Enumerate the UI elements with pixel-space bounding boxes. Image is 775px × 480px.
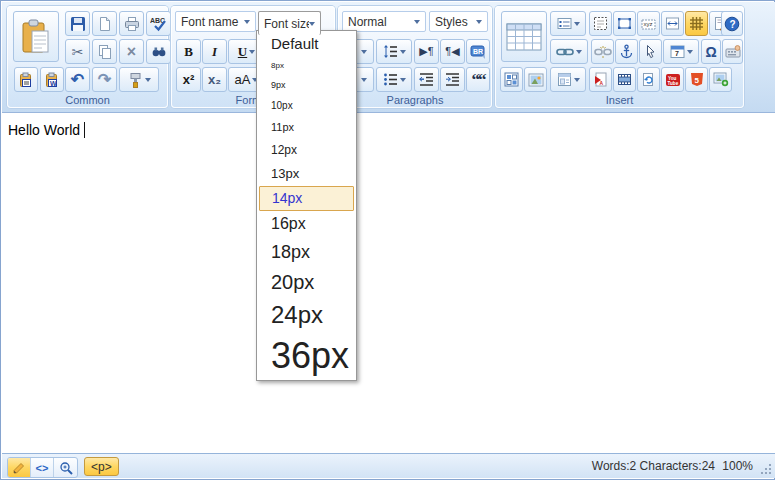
font-size-combo[interactable]: Font size xyxy=(258,11,321,35)
font-size-option[interactable]: 12px xyxy=(257,139,356,162)
bullet-list-button[interactable] xyxy=(376,67,412,92)
delete-button[interactable]: × xyxy=(119,39,144,64)
group-label-common: Common xyxy=(7,94,168,106)
spellcheck-button[interactable]: ABC xyxy=(146,11,171,36)
styles-combo[interactable]: Styles xyxy=(429,11,488,32)
right-to-left-button[interactable]: ¶◀ xyxy=(440,39,465,64)
bold-button[interactable]: B xyxy=(176,39,201,64)
font-size-option[interactable]: 13px xyxy=(257,162,356,186)
image-add-icon xyxy=(713,72,729,87)
chevron-down-icon xyxy=(249,50,255,54)
resize-grip[interactable] xyxy=(761,464,772,475)
help-icon: ? xyxy=(724,16,740,32)
insert-link-button[interactable] xyxy=(550,39,588,64)
undo-button[interactable]: ↶ xyxy=(65,67,90,92)
format-painter-icon xyxy=(128,72,143,88)
redo-button[interactable]: ↷ xyxy=(92,67,117,92)
insert-pdf-button[interactable]: A xyxy=(589,67,612,92)
font-name-combo[interactable]: Font name xyxy=(175,11,256,32)
special-character-button[interactable]: Ω xyxy=(701,39,721,64)
omega-icon: Ω xyxy=(705,45,716,59)
insert-template-button[interactable] xyxy=(550,67,586,92)
insert-div-button[interactable] xyxy=(589,11,612,36)
insert-image-url-button[interactable] xyxy=(709,67,732,92)
text-caret xyxy=(84,122,85,138)
insert-table-button[interactable] xyxy=(501,11,547,62)
insert-image-button[interactable] xyxy=(524,67,547,92)
clean-code-button[interactable] xyxy=(637,67,660,92)
format-painter-button[interactable] xyxy=(119,67,159,92)
insert-html5-button[interactable]: 5 xyxy=(685,67,708,92)
paste-button[interactable] xyxy=(13,11,59,62)
superscript-button[interactable]: x² xyxy=(176,67,201,92)
insert-anchor-button[interactable] xyxy=(615,39,638,64)
virtual-keyboard-button[interactable] xyxy=(722,39,743,64)
paste-text-button[interactable] xyxy=(14,67,38,92)
design-mode-button[interactable] xyxy=(8,458,31,477)
font-size-option[interactable]: 14px xyxy=(259,186,354,211)
components-button[interactable] xyxy=(500,67,523,92)
font-size-option[interactable]: 24px xyxy=(257,298,356,333)
line-break-button[interactable]: BR xyxy=(466,39,490,64)
subscript-button[interactable]: x₂ xyxy=(202,67,227,92)
save-button[interactable] xyxy=(65,11,90,36)
font-size-option[interactable]: 18px xyxy=(257,238,356,267)
select-element-button[interactable] xyxy=(639,39,662,64)
indent-button[interactable] xyxy=(440,67,465,92)
unlink-button[interactable] xyxy=(591,39,614,64)
help-button[interactable]: ? xyxy=(721,11,743,36)
new-document-button[interactable] xyxy=(92,11,117,36)
editor-canvas[interactable]: Hello World xyxy=(2,113,775,455)
paste-from-word-button[interactable]: W xyxy=(40,67,64,92)
insert-datetime-button[interactable]: 7 xyxy=(663,39,699,64)
p-tag-label: <p> xyxy=(91,460,112,474)
show-gridlines-button[interactable] xyxy=(685,11,708,36)
bold-icon: B xyxy=(184,45,193,58)
paragraph-style-combo[interactable]: Normal xyxy=(342,11,426,32)
refresh-code-icon xyxy=(641,72,656,87)
word-count: Words:2 Characters:24 xyxy=(592,459,715,473)
blockquote-button[interactable]: ““ xyxy=(466,67,490,92)
superscript-icon: x² xyxy=(183,73,195,86)
cursor-select-icon xyxy=(643,44,658,59)
print-button[interactable] xyxy=(119,11,144,36)
font-size-option[interactable]: 11px xyxy=(257,117,356,139)
iframe-icon xyxy=(665,16,680,31)
font-size-option[interactable]: 36px xyxy=(257,333,356,380)
svg-text:7: 7 xyxy=(675,50,679,57)
chevron-down-icon xyxy=(309,22,315,26)
preview-button[interactable] xyxy=(54,458,77,477)
chevron-down-icon xyxy=(576,50,582,54)
chevron-down-icon xyxy=(361,78,367,82)
redo-icon: ↷ xyxy=(98,72,111,88)
font-size-option[interactable]: 9px xyxy=(257,76,356,96)
code-view-button[interactable]: <> xyxy=(31,458,54,477)
line-break-icon: BR xyxy=(470,44,487,60)
insert-youtube-button[interactable]: YouTube xyxy=(661,67,684,92)
insert-form-element-button[interactable] xyxy=(550,11,586,36)
chevron-down-icon xyxy=(400,50,406,54)
font-size-option[interactable]: 10px xyxy=(257,96,356,117)
copy-button[interactable] xyxy=(92,39,117,64)
font-size-option[interactable]: 20px xyxy=(257,267,356,298)
status-bar: <> <p> Words:2 Characters:24 100% xyxy=(2,453,775,478)
element-path-p-button[interactable]: <p> xyxy=(84,457,119,476)
pencil-icon xyxy=(12,461,26,475)
line-spacing-button[interactable] xyxy=(376,39,412,64)
insert-span-button[interactable]: xyz xyxy=(637,11,660,36)
font-size-option[interactable]: 8px xyxy=(257,57,356,76)
find-button[interactable] xyxy=(146,39,171,64)
svg-text:BR: BR xyxy=(473,48,483,55)
chevron-down-icon xyxy=(574,22,580,26)
insert-iframe-button[interactable] xyxy=(661,11,684,36)
insert-media-button[interactable] xyxy=(613,67,636,92)
magnifier-icon xyxy=(59,461,73,475)
left-to-right-button[interactable]: ▶¶ xyxy=(414,39,439,64)
italic-button[interactable]: I xyxy=(202,39,227,64)
gridlines-icon xyxy=(689,16,704,31)
insert-fieldset-button[interactable] xyxy=(613,11,636,36)
font-size-option[interactable]: 16px xyxy=(257,211,356,238)
font-name-combo-label: Font name xyxy=(181,15,244,29)
outdent-button[interactable] xyxy=(414,67,439,92)
cut-button[interactable]: ✂ xyxy=(65,39,90,64)
